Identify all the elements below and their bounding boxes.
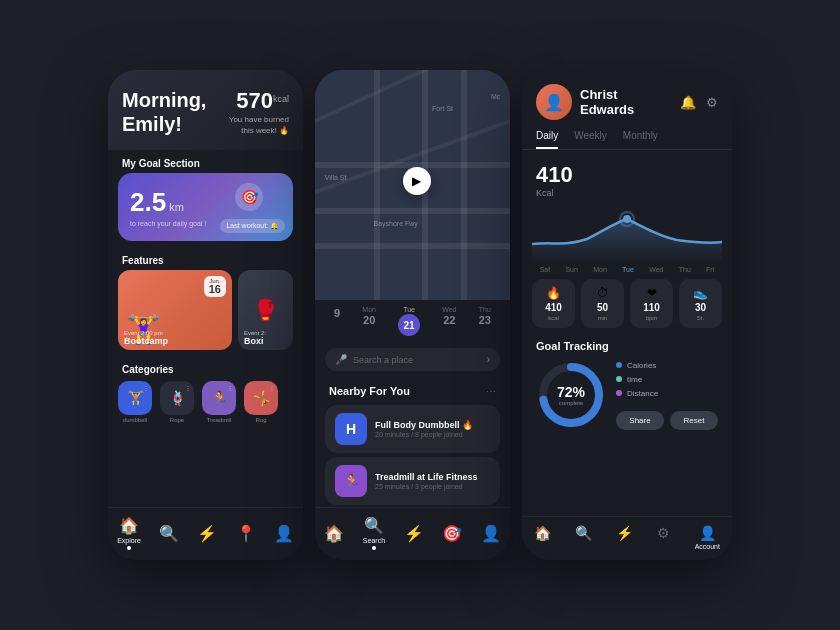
arrow-icon: › xyxy=(487,354,490,365)
date-item-23[interactable]: Thu 23 xyxy=(479,306,491,336)
bolt-icon: ⚡ xyxy=(197,524,217,543)
road-v3 xyxy=(461,70,467,300)
user-icon: 👤 xyxy=(274,524,294,543)
dumbbell-workout-icon: H xyxy=(335,413,367,445)
nearby-header: Nearby For You ⋯ xyxy=(315,377,510,401)
boxing-bg: 🥊 Event 2: Boxi xyxy=(238,270,293,350)
map-background: Fort St Villa St Bayshore Fwy Mc ▶ xyxy=(315,70,510,300)
workout-card-1[interactable]: H Full Body Dumbbell 🔥 20 minutes / 8 pe… xyxy=(325,405,500,453)
feature-card-boxing[interactable]: 🥊 Event 2: Boxi xyxy=(238,270,293,350)
date-item-20[interactable]: Mon 20 xyxy=(362,306,376,336)
date-item-21[interactable]: Tue 21 xyxy=(398,306,420,336)
kcal-display: 410 Kcal xyxy=(522,156,732,204)
date-item-9[interactable]: 9 xyxy=(334,306,340,336)
dumbbell-icon: 🏋️ xyxy=(127,390,144,406)
cat-dots4: ⋮ xyxy=(269,384,275,391)
day-num-22: 22 xyxy=(443,314,455,326)
map-container: Fort St Villa St Bayshore Fwy Mc ▶ xyxy=(315,70,510,300)
workout2-sub: 25 minutes / 3 people joined xyxy=(375,483,490,490)
p3-nav-gear[interactable]: ⚙ xyxy=(657,525,670,550)
treadmill-icon-bg: 🏃 ⋮ xyxy=(202,381,236,415)
p2-nav-search[interactable]: 🔍 Search xyxy=(363,516,385,550)
tab-weekly[interactable]: Weekly xyxy=(574,130,607,149)
day-num-23: 23 xyxy=(479,314,491,326)
nav-explore[interactable]: 🏠 Explore xyxy=(117,516,141,550)
chart-days: Sat Sun Mon Tue Wed Thu Fri xyxy=(522,264,732,273)
treadmill-workout-icon: 🏃 xyxy=(335,465,367,497)
map-label-mc: Mc xyxy=(491,93,500,100)
share-button[interactable]: Share xyxy=(616,411,664,430)
p2-nav-user[interactable]: 👤 xyxy=(481,524,501,543)
categories-row: 🏋️ ⋮ dumbbell 🪢 ⋮ Rope 🏃 ⋮ Treadmill xyxy=(108,381,303,423)
road-v1 xyxy=(374,70,380,300)
phone-profile: 👤 Christ Edwards 🔔 ⚙ Daily Weekly Monthl… xyxy=(522,70,732,560)
settings-icon[interactable]: ⚙ xyxy=(706,95,718,110)
p3-nav-bolt[interactable]: ⚡ xyxy=(616,525,633,550)
p3-nav-account[interactable]: 👤 Account xyxy=(695,525,720,550)
phone1-navbar: 🏠 Explore 🔍 ⚡ 📍 👤 xyxy=(108,507,303,560)
explore-label: Explore xyxy=(117,537,141,544)
workout1-info: Full Body Dumbbell 🔥 20 minutes / 8 peop… xyxy=(375,420,490,438)
event-day: 16 xyxy=(209,284,221,295)
nav-bolt[interactable]: ⚡ xyxy=(197,524,217,543)
goal-tracking-title: Goal Tracking xyxy=(536,340,718,352)
reset-button[interactable]: Reset xyxy=(670,411,718,430)
legend-distance: Distance xyxy=(616,389,718,398)
cat-rug[interactable]: 🤸 ⋮ Rug xyxy=(244,381,278,423)
road-h3 xyxy=(315,243,510,249)
goal-content: 72% complete Calories time Di xyxy=(536,360,718,430)
stat-kcal: 🔥 410 kcal xyxy=(532,279,575,328)
distance-dot xyxy=(616,390,622,396)
nav-map[interactable]: 📍 xyxy=(236,524,256,543)
features-title: Features xyxy=(108,247,303,270)
workout-card-2[interactable]: 🏃 Treadmill at Life Fitness 25 minutes /… xyxy=(325,457,500,505)
day-label-22: Wed xyxy=(442,306,456,313)
event-date: Jun. 16 xyxy=(204,276,226,297)
phone-fitness: Morning, Emily! 570kcal You have burnedt… xyxy=(108,70,303,560)
tab-monthly[interactable]: Monthly xyxy=(623,130,658,149)
kcal-label: Kcal xyxy=(536,188,718,198)
p2-nav-target[interactable]: 🎯 xyxy=(442,524,462,543)
legend-calories-label: Calories xyxy=(627,361,656,370)
p1-header: Morning, Emily! 570kcal You have burnedt… xyxy=(108,70,303,150)
date-item-22[interactable]: Wed 22 xyxy=(442,306,456,336)
cat-treadmill[interactable]: 🏃 ⋮ Treadmill xyxy=(202,381,236,423)
workout1-name: Full Body Dumbbell 🔥 xyxy=(375,420,490,430)
road-h2 xyxy=(315,208,510,214)
p3-nav-home[interactable]: 🏠 xyxy=(534,525,551,550)
stat-bpm: ❤ 110 bpm xyxy=(630,279,673,328)
map-label-fort: Fort St xyxy=(432,105,453,112)
cat-rope[interactable]: 🪢 ⋮ Rope xyxy=(160,381,194,423)
target-icon-p2: 🎯 xyxy=(442,524,462,543)
stat-bpm-label: bpm xyxy=(646,315,658,321)
chart-day-fri: Fri xyxy=(706,266,714,273)
p2-nav-bolt[interactable]: ⚡ xyxy=(404,524,424,543)
tab-weekly-label: Weekly xyxy=(574,130,607,141)
search-label: Search xyxy=(363,537,385,544)
nav-profile[interactable]: 👤 xyxy=(274,524,294,543)
home-icon-p3: 🏠 xyxy=(534,525,551,541)
stat-steps: 👟 30 St. xyxy=(679,279,722,328)
tab-daily[interactable]: Daily xyxy=(536,130,558,149)
nav-search[interactable]: 🔍 xyxy=(159,524,179,543)
p2-nav-home[interactable]: 🏠 xyxy=(324,524,344,543)
p3-nav-search[interactable]: 🔍 xyxy=(575,525,592,550)
phone3-navbar: 🏠 🔍 ⚡ ⚙ 👤 Account xyxy=(522,516,732,560)
filter-icon[interactable]: ⋯ xyxy=(486,386,496,397)
stat-min-value: 50 xyxy=(597,302,608,313)
date-strip: 9 Mon 20 Tue 21 Wed 22 Thu 23 xyxy=(315,300,510,342)
account-label: Account xyxy=(695,543,720,550)
goal-badge: Last workout: 🔔 xyxy=(220,219,285,233)
cat-dumbbell[interactable]: 🏋️ ⋮ dumbbell xyxy=(118,381,152,423)
nav-dot-p2 xyxy=(372,546,376,550)
bell-icon[interactable]: 🔔 xyxy=(680,95,696,110)
feature-card-bootcamp[interactable]: 🏋️‍♀️ Jun. 16 Event 2:00 pm Bootcamp xyxy=(118,270,232,350)
treadmill-icon: 🏃 xyxy=(211,390,228,406)
stat-min: ⏱ 50 min xyxy=(581,279,624,328)
circle-pct: 72% xyxy=(557,384,585,400)
search-bar[interactable]: 🎤 Search a place › xyxy=(325,348,500,371)
user-avatar: 👤 xyxy=(536,84,572,120)
rug-icon-bg: 🤸 ⋮ xyxy=(244,381,278,415)
event-label: Event 2:00 pm Bootcamp xyxy=(124,330,168,346)
cat-dots2: ⋮ xyxy=(185,384,191,391)
